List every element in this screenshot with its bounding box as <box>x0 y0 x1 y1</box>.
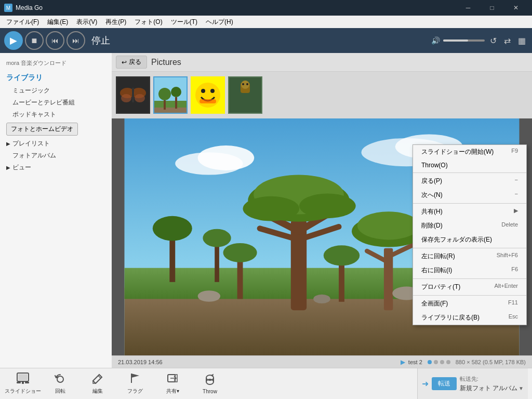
prev-button[interactable]: ⏮ <box>46 31 64 50</box>
ctx-fullscreen[interactable]: 全画面(F) F11 <box>413 297 526 311</box>
thumbnail-2[interactable] <box>153 76 188 114</box>
close-button[interactable]: ✕ <box>504 0 528 16</box>
photo-home-video-button[interactable]: フォトとホームビデオ <box>6 123 78 136</box>
menu-tools[interactable]: ツール(T) <box>167 17 202 28</box>
share-button[interactable]: 共有▾ <box>154 369 191 398</box>
svg-point-49 <box>357 211 419 240</box>
ctx-rotate-right[interactable]: 右に回転(I) F6 <box>413 263 526 277</box>
throw-button[interactable]: Throw <box>191 369 229 398</box>
ctx-sep-4 <box>413 278 526 279</box>
ctx-back-library[interactable]: ライブラリに戻る(B) Esc <box>413 311 526 325</box>
sidebar-item-view[interactable]: ▶ ビュー <box>0 162 112 174</box>
slideshow-button[interactable]: スライドショー <box>4 369 42 398</box>
stop-button[interactable]: ■ <box>25 31 44 50</box>
minimize-button[interactable]: ─ <box>456 0 480 16</box>
svg-point-22 <box>246 83 248 85</box>
folder-title: Pictures <box>151 58 181 67</box>
edit-button[interactable]: 編集 <box>79 369 116 398</box>
svg-rect-60 <box>18 374 28 380</box>
volume-slider[interactable] <box>443 39 485 42</box>
ctx-delete[interactable]: 削除(D) Delete <box>413 219 526 233</box>
sidebar-item-playlist[interactable]: ▶ プレイリスト <box>0 138 112 150</box>
thumbnail-3[interactable] <box>191 76 225 114</box>
share-label: 共有▾ <box>166 388 179 395</box>
status-dot-2 <box>434 360 438 364</box>
ctx-rotate-left[interactable]: 左に回転(R) Shift+F6 <box>413 249 526 263</box>
back-button[interactable]: ↩ 戻る <box>116 56 147 69</box>
edit-icon <box>91 373 104 387</box>
svg-point-31 <box>153 216 192 241</box>
ctx-next[interactable]: 次へ(N) − <box>413 188 526 202</box>
svg-point-58 <box>313 295 330 303</box>
display-button[interactable]: ▦ <box>516 34 528 48</box>
ctx-next-label: 次へ(N) <box>421 191 443 200</box>
ctx-share[interactable]: 共有(H) ▶ <box>413 205 526 219</box>
thumbnail-1[interactable] <box>116 76 150 114</box>
svg-rect-17 <box>200 99 216 103</box>
rotate-button[interactable]: 回転 <box>42 369 79 398</box>
svg-point-53 <box>324 245 360 265</box>
shuffle-button[interactable]: ⇄ <box>502 34 513 48</box>
svg-point-55 <box>223 243 257 262</box>
library-label: ライブラリ <box>0 71 112 85</box>
svg-point-4 <box>135 94 145 102</box>
stop-label: 停止 <box>91 34 110 47</box>
status-dots <box>428 360 450 364</box>
svg-rect-61 <box>17 382 21 383</box>
transfer-dest-dropdown-icon[interactable]: ▼ <box>518 385 524 391</box>
ctx-share-label: 共有(H) <box>421 207 443 216</box>
ctx-rotate-right-label: 右に回転(I) <box>421 266 452 275</box>
ctx-back-library-shortcut: Esc <box>509 313 518 322</box>
sidebar-item-podcast[interactable]: ポッドキャスト <box>0 109 112 121</box>
svg-rect-12 <box>175 97 177 109</box>
throw-icon <box>204 374 216 388</box>
rotate-icon <box>54 373 66 387</box>
menu-file[interactable]: ファイル(F) <box>2 17 43 28</box>
playlist-arrow-icon: ▶ <box>6 141 10 147</box>
ctx-fullscreen-label: 全画面(F) <box>421 299 448 308</box>
svg-rect-62 <box>25 382 29 383</box>
ctx-properties-shortcut: Alt+Enter <box>494 283 518 291</box>
ctx-throw-label: Throw(O) <box>421 162 448 169</box>
ctx-throw[interactable]: Throw(O) <box>413 159 526 171</box>
flag-label: フラグ <box>127 388 143 395</box>
flag-icon <box>129 373 141 387</box>
flag-button[interactable]: フラグ <box>116 369 154 398</box>
ctx-back-shortcut: − <box>515 177 518 185</box>
svg-point-25 <box>198 145 255 170</box>
ctx-back-label: 戻る(P) <box>421 177 442 185</box>
sidebar-item-music[interactable]: ミュージック <box>0 85 112 97</box>
repeat-button[interactable]: ↺ <box>488 34 499 48</box>
play-button[interactable]: ▶ <box>4 31 23 50</box>
menu-edit[interactable]: 編集(E) <box>43 17 72 28</box>
transfer-button[interactable]: 転送 <box>432 377 457 390</box>
maximize-button[interactable]: □ <box>480 0 504 16</box>
menu-view[interactable]: 表示(V) <box>72 17 101 28</box>
volume-icon: 🔊 <box>431 36 440 45</box>
back-label: 戻る <box>129 58 141 66</box>
ctx-back-library-label: ライブラリに戻る(B) <box>421 313 480 322</box>
next-button[interactable]: ⏭ <box>66 31 85 50</box>
svg-point-16 <box>210 89 215 93</box>
svg-point-14 <box>195 83 220 108</box>
sidebar-item-movies[interactable]: ムービーとテレビ番組 <box>0 97 112 109</box>
menu-photo[interactable]: フォト(O) <box>130 17 166 28</box>
ctx-show-folder[interactable]: 保存先フォルダの表示(E) <box>413 233 526 247</box>
edit-label: 編集 <box>92 388 103 395</box>
sidebar-item-photo-album[interactable]: フォトアルバム <box>0 150 112 162</box>
menu-help[interactable]: ヘルプ(H) <box>202 17 237 28</box>
sidebar: mora 音楽ダウンロード ライブラリ ミュージック ムービーとテレビ番組 ポッ… <box>0 53 112 368</box>
menu-play[interactable]: 再生(P) <box>101 17 130 28</box>
ctx-delete-label: 削除(D) <box>421 221 443 230</box>
ctx-properties[interactable]: プロパティ(T) Alt+Enter <box>413 280 526 294</box>
ctx-rotate-left-label: 左に回転(R) <box>421 252 455 261</box>
slideshow-icon <box>17 373 29 387</box>
status-dot-4 <box>446 360 450 364</box>
ctx-back[interactable]: 戻る(P) − <box>413 174 526 188</box>
svg-point-44 <box>299 193 356 218</box>
thumbnail-4[interactable] <box>228 76 262 114</box>
ctx-slideshow[interactable]: スライドショーの開始(W) F9 <box>413 145 526 159</box>
ctx-slideshow-label: スライドショーの開始(W) <box>421 148 494 156</box>
svg-point-9 <box>158 88 171 100</box>
ctx-sep-1 <box>413 172 526 173</box>
